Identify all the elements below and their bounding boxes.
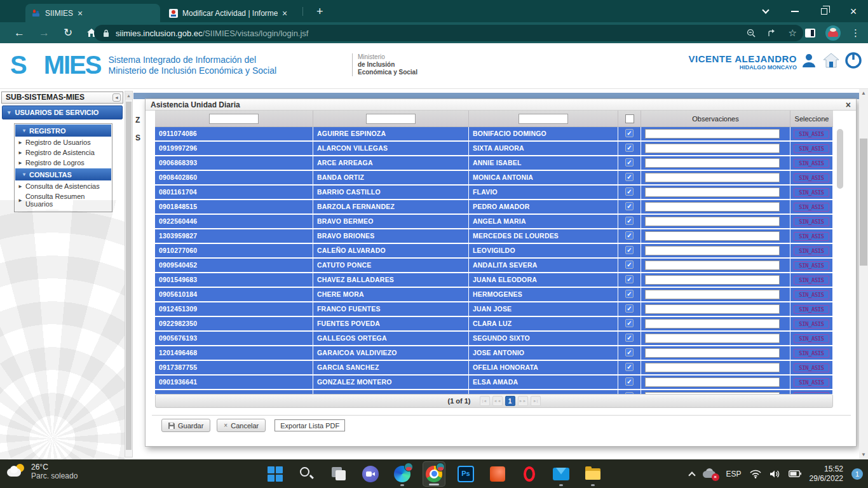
sin-asis-button[interactable]: SIN_ASIS [794, 188, 829, 197]
office-button[interactable] [486, 461, 509, 487]
back-icon[interactable]: ← [14, 27, 25, 39]
user-profile-icon[interactable] [801, 52, 817, 69]
zoom-out-icon[interactable] [747, 29, 756, 38]
row-checkbox[interactable]: ✓ [625, 144, 634, 152]
weather-widget[interactable]: 26°C Parc. soleado [6, 463, 78, 480]
battery-icon[interactable] [789, 470, 801, 477]
cedula-filter-input[interactable] [209, 114, 259, 124]
observaciones-input[interactable] [645, 158, 780, 168]
sin-asis-button[interactable]: SIN_ASIS [794, 290, 829, 299]
browser-menu-icon[interactable]: ⋮ [851, 27, 860, 39]
scroll-down-icon[interactable]: ▼ [859, 451, 868, 459]
row-checkbox[interactable]: ✓ [625, 173, 634, 181]
page-scrollbar-thumb[interactable] [860, 139, 867, 266]
row-checkbox[interactable]: ✓ [625, 363, 634, 371]
paginator-page-1-button[interactable]: 1 [505, 396, 515, 406]
sidebar-item-registro-logros[interactable]: ► Registro de Logros [15, 158, 112, 168]
tab-search-chevron-icon[interactable] [751, 0, 780, 22]
row-checkbox[interactable]: ✓ [625, 158, 634, 166]
select-all-checkbox[interactable] [625, 114, 634, 123]
wifi-icon[interactable] [750, 470, 761, 478]
observaciones-input[interactable] [645, 231, 780, 241]
sidebar-group-registro[interactable]: ▾ REGISTRO [15, 125, 111, 137]
row-checkbox[interactable]: ✓ [625, 377, 634, 386]
file-explorer-button[interactable] [581, 461, 604, 487]
forward-icon[interactable]: → [39, 27, 50, 39]
scroll-up-icon[interactable]: ▲ [125, 92, 132, 100]
row-checkbox[interactable]: ✓ [625, 187, 634, 196]
sin-asis-button[interactable]: SIN_ASIS [794, 159, 829, 168]
taskbar-search-button[interactable] [295, 461, 318, 487]
paginator-last-button[interactable]: ►| [531, 396, 541, 406]
sidebar-scrollbar[interactable]: ▲ [125, 91, 133, 458]
reload-icon[interactable]: ↻ [64, 26, 72, 39]
task-view-button[interactable] [327, 461, 350, 487]
sin-asis-button[interactable]: SIN_ASIS [794, 203, 829, 212]
minimize-button[interactable] [780, 0, 810, 22]
row-checkbox[interactable]: ✓ [625, 202, 634, 210]
observaciones-input[interactable] [645, 187, 780, 197]
observaciones-input[interactable] [645, 304, 780, 314]
tab-siimies[interactable]: SIIMIES × [25, 4, 160, 22]
profile-avatar[interactable] [825, 25, 841, 41]
sidebar-item-registro-usuarios[interactable]: ► Registro de Usuarios [15, 137, 112, 147]
scroll-up-icon[interactable]: ▲ [859, 89, 868, 98]
observaciones-input[interactable] [645, 246, 780, 255]
chrome-button[interactable] [423, 461, 445, 487]
side-panel-icon[interactable] [805, 29, 815, 37]
observaciones-input[interactable] [645, 334, 780, 343]
new-tab-button[interactable]: + [316, 5, 323, 18]
sin-asis-button[interactable]: SIN_ASIS [794, 276, 829, 285]
language-indicator[interactable]: ESP [726, 470, 742, 478]
tab-close-icon[interactable]: × [282, 9, 287, 18]
observaciones-input[interactable] [645, 290, 780, 299]
mail-button[interactable] [550, 461, 573, 487]
sin-asis-button[interactable]: SIN_ASIS [794, 305, 829, 314]
page-scrollbar[interactable]: ▲ ▼ [859, 89, 868, 459]
share-icon[interactable] [768, 29, 777, 37]
observaciones-input[interactable] [645, 363, 780, 372]
address-bar[interactable]: siimies.inclusion.gob.ec/SIIMIES/vistas/… [94, 25, 803, 41]
table-scrollbar-thumb[interactable] [837, 129, 843, 189]
row-checkbox[interactable]: ✓ [625, 348, 634, 356]
observaciones-input[interactable] [645, 348, 780, 358]
sin-asis-button[interactable]: SIN_ASIS [794, 232, 829, 241]
cancelar-button[interactable]: × Cancelar [217, 419, 266, 432]
sidebar-collapse-icon[interactable]: ◄ [112, 93, 121, 102]
edge-button[interactable] [391, 461, 414, 487]
tab-modificar-actividad[interactable]: Modificar Actividad | Informes M × [163, 4, 300, 22]
sidebar-group-consultas[interactable]: ▾ CONSULTAS [15, 168, 111, 180]
row-checkbox[interactable]: ✓ [625, 129, 634, 137]
tray-expand-icon[interactable] [688, 471, 695, 478]
observaciones-input[interactable] [645, 202, 780, 212]
paginator-first-button[interactable]: |◄ [480, 396, 490, 406]
observaciones-input[interactable] [645, 261, 780, 270]
paginator-next-button[interactable]: ►► [518, 396, 528, 406]
nombres-filter-input[interactable] [519, 114, 568, 124]
sin-asis-button[interactable]: SIN_ASIS [794, 261, 829, 270]
sin-asis-button[interactable]: SIN_ASIS [794, 173, 829, 182]
sidebar-section-usuarios[interactable]: ▾ USUARIOS DE SERVICIO [2, 105, 123, 119]
photoshop-button[interactable]: Ps [454, 461, 477, 487]
sin-asis-button[interactable]: SIN_ASIS [794, 217, 829, 226]
sin-asis-button[interactable]: SIN_ASIS [794, 320, 829, 329]
row-checkbox[interactable]: ✓ [625, 319, 634, 327]
observaciones-input[interactable] [645, 275, 780, 285]
onedrive-error-icon[interactable]: × [703, 468, 718, 480]
tab-close-icon[interactable]: × [78, 9, 83, 18]
sin-asis-button[interactable]: SIN_ASIS [794, 349, 829, 358]
apellidos-filter-input[interactable] [366, 114, 416, 124]
observaciones-input[interactable] [645, 129, 780, 139]
sidebar-item-consulta-asistencias[interactable]: ► Consulta de Asistencias [15, 181, 112, 191]
observaciones-input[interactable] [645, 377, 780, 387]
observaciones-input[interactable] [645, 217, 780, 226]
row-checkbox[interactable]: ✓ [625, 217, 634, 225]
clock[interactable]: 15:52 29/6/2022 [810, 464, 843, 484]
sin-asis-button[interactable]: SIN_ASIS [794, 363, 829, 372]
row-checkbox[interactable]: ✓ [625, 304, 634, 313]
chat-button[interactable] [359, 461, 382, 487]
sin-asis-button[interactable]: SIN_ASIS [794, 130, 829, 139]
observaciones-input[interactable] [645, 173, 780, 182]
home-shortcut-icon[interactable] [822, 52, 840, 69]
volume-icon[interactable] [770, 470, 780, 478]
